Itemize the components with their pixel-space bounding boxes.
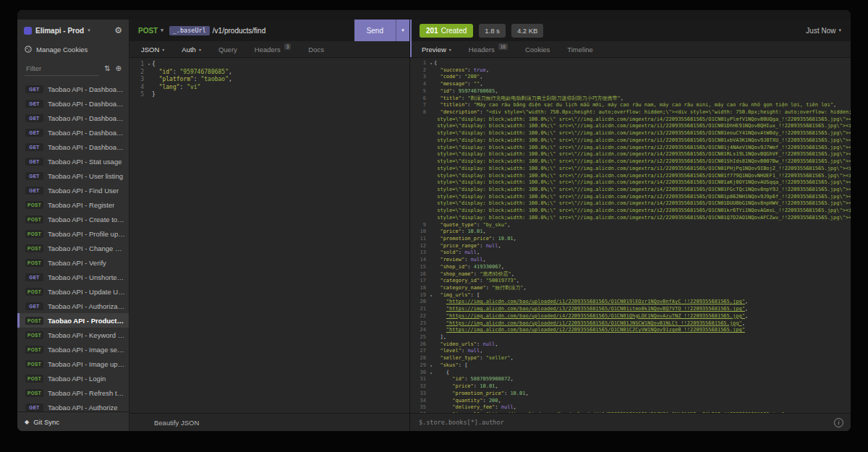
fold-caret-icon[interactable]: ▾ — [428, 362, 434, 370]
token: "https://img.alicdn.com/bao/uploaded/i1/… — [446, 299, 745, 304]
token: , — [514, 404, 516, 410]
code-text: "platform": "taobao", — [152, 76, 409, 84]
code-text: "id": 959746780685, — [434, 88, 851, 95]
response-code-line: 27"level": null, — [410, 348, 851, 355]
token: : — [480, 243, 485, 249]
request-list-item[interactable]: GETTaobao API - Find User — [17, 183, 129, 197]
token: , — [477, 250, 480, 255]
response-code-line: 3"code": "200", — [410, 74, 851, 81]
response-code-line: 18"category_name": "旅行剃须刀", — [410, 285, 851, 292]
request-list-item[interactable]: POSTTaobao API - Product d… — [17, 313, 129, 328]
request-list-item[interactable]: POSTTaobao API - Register — [17, 197, 129, 212]
filter-input[interactable] — [25, 61, 99, 76]
request-tab-docs[interactable]: Docs — [299, 41, 333, 57]
request-list-item[interactable]: GETTaobao API - Dashboar… — [17, 111, 129, 125]
method-badge: GET — [25, 85, 43, 93]
method-dropdown[interactable]: POST ▾ — [138, 27, 163, 35]
response-status-bar: 201 Created 1.8 s 4.2 KB Just Now ▾ — [410, 20, 851, 41]
code-text: "category_name": "旅行剃须刀", — [434, 285, 851, 292]
request-name: Taobao API - Register — [48, 201, 114, 209]
fold-caret-icon[interactable]: ▾ — [428, 370, 434, 377]
token: style=\"display: block;width: 100.0%;\" … — [437, 208, 851, 213]
line-number — [410, 215, 428, 222]
token: , — [525, 391, 528, 396]
code-text: "sold": null, — [434, 250, 851, 257]
git-sync-button[interactable]: ◆ Git Sync — [17, 412, 129, 431]
info-icon[interactable]: i — [834, 418, 843, 427]
token: "img_urls" — [440, 292, 470, 298]
request-tab-query[interactable]: Query — [210, 41, 246, 57]
response-tab-preview[interactable]: Preview▾ — [413, 41, 460, 57]
token: { — [446, 370, 449, 375]
token: : — [173, 69, 180, 75]
manage-cookies-button[interactable]: Manage Cookies — [17, 41, 129, 57]
send-button[interactable]: Send — [354, 20, 396, 41]
request-list-item[interactable]: GETTaobao API - Authoriza… — [17, 299, 129, 313]
response-code-line: style=\"display: block;width: 100.0%;\" … — [410, 130, 851, 137]
response-tab-cookies[interactable]: Cookies — [516, 41, 558, 57]
request-list-item[interactable]: POSTTaobao API - Keyword … — [17, 328, 129, 342]
response-code-line: 8"description": "<div style=\"width: 750… — [410, 109, 851, 116]
token: 5887059900872 — [471, 376, 511, 382]
request-list-item[interactable]: POSTTaobao API - Login — [17, 371, 129, 385]
send-options-button[interactable]: ▾ — [396, 20, 409, 41]
request-list-item[interactable]: POSTTaobao API - Image se… — [17, 342, 129, 357]
response-history-dropdown[interactable]: Just Now ▾ — [806, 27, 841, 35]
fold-spacer — [428, 391, 434, 398]
response-tab-headers[interactable]: Headers16 — [460, 41, 516, 57]
line-number: 3 — [410, 74, 428, 81]
request-tab-json[interactable]: JSON▾ — [132, 41, 173, 57]
code-text: style=\"display: block;width: 100.0%;\" … — [434, 158, 851, 166]
sort-icon[interactable]: ⇅ — [104, 65, 110, 72]
method-badge: GET — [25, 158, 43, 166]
workspace-selector[interactable]: Elimapi - Prod ▾ ⚙ — [17, 20, 129, 41]
token: "悠杰特价店" — [480, 271, 511, 277]
request-tab-headers[interactable]: Headers3 — [246, 41, 300, 57]
url-input[interactable]: _.baseUrl /v1/products/find — [169, 26, 349, 35]
request-name: Taobao API - Dashboar… — [48, 143, 125, 151]
fold-caret-icon[interactable]: ▾ — [428, 292, 434, 299]
request-list-item[interactable]: POSTTaobao API - Create to… — [17, 212, 129, 226]
response-filter-input[interactable] — [417, 418, 828, 427]
line-number: 29 — [410, 362, 428, 370]
line-number: 33 — [410, 391, 428, 398]
code-text: style=\"display: block;width: 100.0%;\" … — [434, 215, 851, 222]
beautify-json-button[interactable]: Beautify JSON — [154, 419, 199, 427]
request-body-editor[interactable]: 1▾{2"id": "959746780685",3"platform": "t… — [129, 58, 409, 413]
panel-drag-handle[interactable] — [410, 20, 412, 57]
request-list-item[interactable]: GETTaobao API - User listing — [17, 169, 129, 183]
response-tab-timeline[interactable]: Timeline — [558, 41, 602, 57]
fold-caret-icon[interactable]: ▾ — [428, 60, 434, 67]
chevron-down-icon: ▾ — [161, 27, 163, 33]
request-list-item[interactable]: GETTaobao API - Dashboar… — [17, 96, 129, 111]
response-panel: 201 Created 1.8 s 4.2 KB Just Now ▾ Prev… — [410, 20, 851, 431]
chevron-down-icon: ▾ — [449, 47, 451, 52]
request-list-item[interactable]: POSTTaobao API - Change u… — [17, 241, 129, 255]
line-number: 24 — [410, 327, 428, 334]
request-list-item[interactable]: GETTaobao API - Dashboar… — [17, 82, 129, 96]
request-list-item[interactable]: GETTaobao API - Authorize — [17, 400, 129, 412]
token: "message" — [440, 81, 467, 87]
manage-cookies-label: Manage Cookies — [36, 46, 88, 54]
code-text: "delivery_fee": null, — [434, 404, 851, 412]
response-body-viewer[interactable]: 1▾{2"success": true,3"code": "200",4"mes… — [410, 58, 851, 413]
request-tab-auth[interactable]: Auth▾ — [173, 41, 210, 57]
fold-caret-icon[interactable]: ▾ — [146, 61, 152, 69]
request-list-item[interactable]: GETTaobao API - Unshorte… — [17, 270, 129, 284]
request-list-item[interactable]: POSTTaobao API - Verify — [17, 255, 129, 270]
request-list-item[interactable]: POSTTaobao API - Refresh t… — [17, 385, 129, 400]
settings-gear-icon[interactable]: ⚙ — [114, 26, 122, 35]
token: , — [229, 69, 232, 75]
request-list-item[interactable]: POSTTaobao API - Image up… — [17, 357, 129, 371]
line-number — [410, 123, 428, 130]
method-badge: GET — [25, 302, 43, 310]
request-list-item[interactable]: GETTaobao API - Stat usage — [17, 154, 129, 169]
request-list-item[interactable]: GETTaobao API - Dashboar… — [17, 125, 129, 140]
add-request-icon[interactable]: ⊕ — [116, 65, 122, 72]
request-list-item[interactable]: POSTTaobao API - Profile up… — [17, 226, 129, 241]
request-list-item[interactable]: POSTTaobao API - Update U… — [17, 284, 129, 299]
response-code-line: 29▾"skus": [ — [410, 362, 851, 370]
token: "price_range" — [440, 243, 480, 249]
fold-spacer — [428, 229, 434, 236]
request-list-item[interactable]: GETTaobao API - Dashboar… — [17, 140, 129, 154]
